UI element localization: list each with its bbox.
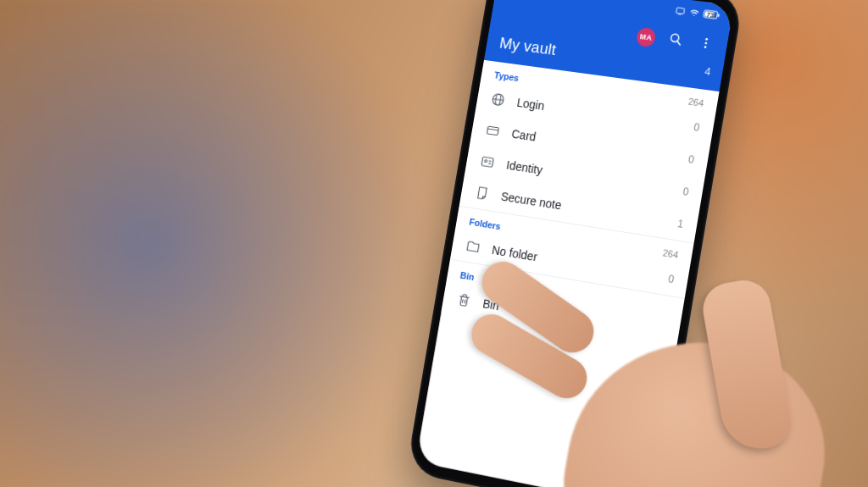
row-count: 0 xyxy=(682,185,690,198)
cast-icon xyxy=(674,5,687,15)
section-title-types: Types xyxy=(493,69,520,83)
svg-line-19 xyxy=(462,299,463,302)
svg-point-8 xyxy=(704,42,707,44)
wifi-icon xyxy=(688,7,701,17)
add-item-fab[interactable] xyxy=(615,428,670,484)
svg-line-6 xyxy=(676,42,681,46)
note-icon xyxy=(473,184,492,202)
row-count: 0 xyxy=(687,153,695,166)
section-count-folders: 264 xyxy=(662,247,679,260)
svg-point-16 xyxy=(485,160,487,163)
search-icon xyxy=(667,30,685,51)
svg-rect-1 xyxy=(676,8,685,14)
vault-list: Types 264 Login 0 xyxy=(441,60,719,353)
svg-point-9 xyxy=(704,46,707,48)
account-avatar[interactable]: MA xyxy=(636,27,657,47)
search-button[interactable] xyxy=(665,30,687,52)
page-title: My vault xyxy=(498,34,558,59)
section-title-bin: Bin xyxy=(459,270,475,282)
section-count-types: 264 xyxy=(687,97,704,108)
phone-device: 12:18 xyxy=(406,0,744,487)
row-count: 1 xyxy=(676,218,684,230)
row-count: 0 xyxy=(693,121,700,134)
section-title-folders: Folders xyxy=(469,217,502,232)
globe-icon xyxy=(489,91,508,109)
id-card-icon xyxy=(478,152,497,171)
svg-point-5 xyxy=(670,34,679,42)
row-count: 0 xyxy=(667,273,675,285)
svg-line-12 xyxy=(492,99,504,101)
svg-rect-3 xyxy=(718,14,720,17)
folder-icon xyxy=(464,237,482,256)
svg-rect-15 xyxy=(481,157,493,167)
svg-line-20 xyxy=(465,300,465,303)
credit-card-icon xyxy=(484,121,503,140)
battery-icon: 73 xyxy=(703,9,721,19)
overflow-menu-button[interactable] xyxy=(695,35,716,56)
more-vertical-icon xyxy=(698,36,714,54)
trash-icon xyxy=(455,291,474,310)
svg-point-7 xyxy=(705,38,708,41)
svg-rect-13 xyxy=(487,126,498,136)
phone-screen: 12:18 xyxy=(415,0,733,487)
svg-line-14 xyxy=(487,129,498,130)
vault-total-count: 4 xyxy=(704,65,711,78)
